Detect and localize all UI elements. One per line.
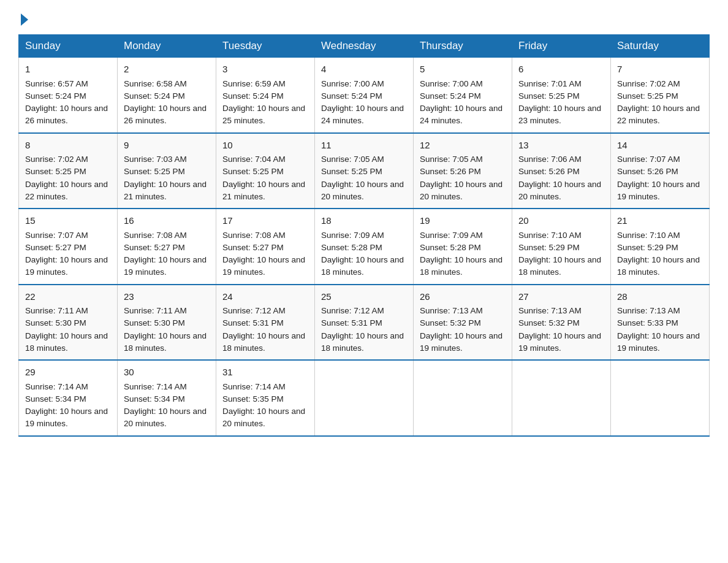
calendar-cell: 22Sunrise: 7:11 AMSunset: 5:30 PMDayligh… xyxy=(19,285,118,361)
sunrise-text: Sunrise: 6:59 AM xyxy=(222,79,286,88)
day-number: 29 xyxy=(25,366,111,380)
calendar-cell: 21Sunrise: 7:10 AMSunset: 5:29 PMDayligh… xyxy=(611,209,710,285)
calendar-cell: 18Sunrise: 7:09 AMSunset: 5:28 PMDayligh… xyxy=(315,209,414,285)
sunrise-text: Sunrise: 7:12 AM xyxy=(222,306,286,315)
daylight-text: Daylight: 10 hours and 20 minutes. xyxy=(321,180,404,201)
daylight-text: Daylight: 10 hours and 18 minutes. xyxy=(321,255,404,277)
calendar-cell: 23Sunrise: 7:11 AMSunset: 5:30 PMDayligh… xyxy=(118,285,216,361)
calendar-cell: 3Sunrise: 6:59 AMSunset: 5:24 PMDaylight… xyxy=(216,58,315,133)
sunrise-text: Sunrise: 7:13 AM xyxy=(420,306,483,315)
calendar-cell: 14Sunrise: 7:07 AMSunset: 5:26 PMDayligh… xyxy=(611,133,710,209)
day-number: 16 xyxy=(124,214,210,228)
daylight-text: Daylight: 10 hours and 18 minutes. xyxy=(617,255,700,277)
sunset-text: Sunset: 5:24 PM xyxy=(321,91,382,101)
daylight-text: Daylight: 10 hours and 22 minutes. xyxy=(617,104,700,125)
day-number: 30 xyxy=(124,366,210,380)
calendar-cell: 15Sunrise: 7:07 AMSunset: 5:27 PMDayligh… xyxy=(19,209,118,285)
sunrise-text: Sunrise: 7:05 AM xyxy=(420,155,483,164)
calendar-cell: 2Sunrise: 6:58 AMSunset: 5:24 PMDaylight… xyxy=(118,58,216,133)
day-number: 19 xyxy=(420,214,506,228)
calendar-cell xyxy=(611,360,710,436)
sunrise-text: Sunrise: 7:09 AM xyxy=(321,231,384,240)
calendar-week-row: 15Sunrise: 7:07 AMSunset: 5:27 PMDayligh… xyxy=(19,209,710,285)
calendar-cell: 11Sunrise: 7:05 AMSunset: 5:25 PMDayligh… xyxy=(315,133,414,209)
sunrise-text: Sunrise: 7:09 AM xyxy=(420,231,483,240)
daylight-text: Daylight: 10 hours and 19 minutes. xyxy=(124,255,207,277)
sunset-text: Sunset: 5:28 PM xyxy=(420,243,481,252)
day-number: 12 xyxy=(420,139,506,153)
calendar-cell: 13Sunrise: 7:06 AMSunset: 5:26 PMDayligh… xyxy=(512,133,611,209)
sunset-text: Sunset: 5:24 PM xyxy=(222,91,284,101)
day-header-wednesday: Wednesday xyxy=(315,35,414,58)
sunset-text: Sunset: 5:29 PM xyxy=(617,243,678,252)
daylight-text: Daylight: 10 hours and 18 minutes. xyxy=(420,255,502,277)
calendar-cell: 4Sunrise: 7:00 AMSunset: 5:24 PMDaylight… xyxy=(315,58,414,133)
calendar-week-row: 22Sunrise: 7:11 AMSunset: 5:30 PMDayligh… xyxy=(19,285,710,361)
daylight-text: Daylight: 10 hours and 18 minutes. xyxy=(25,331,108,353)
sunset-text: Sunset: 5:27 PM xyxy=(222,243,284,252)
calendar-cell: 8Sunrise: 7:02 AMSunset: 5:25 PMDaylight… xyxy=(19,133,118,209)
sunset-text: Sunset: 5:31 PM xyxy=(222,318,284,327)
calendar-cell: 16Sunrise: 7:08 AMSunset: 5:27 PMDayligh… xyxy=(118,209,216,285)
calendar-cell: 5Sunrise: 7:00 AMSunset: 5:24 PMDaylight… xyxy=(414,58,512,133)
sunset-text: Sunset: 5:24 PM xyxy=(124,91,185,101)
day-number: 28 xyxy=(617,290,703,304)
sunrise-text: Sunrise: 7:07 AM xyxy=(25,231,88,240)
sunrise-text: Sunrise: 7:05 AM xyxy=(321,155,384,164)
daylight-text: Daylight: 10 hours and 23 minutes. xyxy=(518,104,601,125)
sunset-text: Sunset: 5:26 PM xyxy=(420,167,481,176)
sunset-text: Sunset: 5:25 PM xyxy=(124,167,185,176)
day-number: 6 xyxy=(518,63,604,77)
sunrise-text: Sunrise: 7:00 AM xyxy=(321,79,384,88)
day-number: 18 xyxy=(321,214,407,228)
sunrise-text: Sunrise: 7:13 AM xyxy=(617,306,680,315)
sunset-text: Sunset: 5:32 PM xyxy=(518,318,580,327)
sunrise-text: Sunrise: 7:11 AM xyxy=(25,306,88,315)
daylight-text: Daylight: 10 hours and 19 minutes. xyxy=(518,331,601,353)
calendar-cell xyxy=(414,360,512,436)
sunset-text: Sunset: 5:26 PM xyxy=(617,167,678,176)
sunrise-text: Sunrise: 6:58 AM xyxy=(124,79,187,88)
calendar-cell: 27Sunrise: 7:13 AMSunset: 5:32 PMDayligh… xyxy=(512,285,611,361)
calendar-cell xyxy=(315,360,414,436)
calendar-table: SundayMondayTuesdayWednesdayThursdayFrid… xyxy=(18,34,710,437)
daylight-text: Daylight: 10 hours and 25 minutes. xyxy=(222,104,305,125)
daylight-text: Daylight: 10 hours and 18 minutes. xyxy=(518,255,601,277)
calendar-cell: 28Sunrise: 7:13 AMSunset: 5:33 PMDayligh… xyxy=(611,285,710,361)
daylight-text: Daylight: 10 hours and 20 minutes. xyxy=(518,180,601,201)
day-number: 5 xyxy=(420,63,506,77)
calendar-cell xyxy=(512,360,611,436)
day-header-thursday: Thursday xyxy=(414,35,512,58)
sunset-text: Sunset: 5:35 PM xyxy=(222,394,284,404)
day-number: 11 xyxy=(321,139,407,153)
sunrise-text: Sunrise: 7:00 AM xyxy=(420,79,483,88)
sunrise-text: Sunrise: 7:08 AM xyxy=(124,231,187,240)
daylight-text: Daylight: 10 hours and 21 minutes. xyxy=(124,180,207,201)
daylight-text: Daylight: 10 hours and 20 minutes. xyxy=(124,407,207,428)
calendar-week-row: 29Sunrise: 7:14 AMSunset: 5:34 PMDayligh… xyxy=(19,360,710,436)
day-number: 14 xyxy=(617,139,703,153)
calendar-cell: 7Sunrise: 7:02 AMSunset: 5:25 PMDaylight… xyxy=(611,58,710,133)
daylight-text: Daylight: 10 hours and 18 minutes. xyxy=(124,331,207,353)
calendar-cell: 30Sunrise: 7:14 AMSunset: 5:34 PMDayligh… xyxy=(118,360,216,436)
sunrise-text: Sunrise: 7:06 AM xyxy=(518,155,582,164)
sunrise-text: Sunrise: 7:14 AM xyxy=(222,382,286,391)
sunset-text: Sunset: 5:25 PM xyxy=(222,167,284,176)
sunset-text: Sunset: 5:31 PM xyxy=(321,318,382,327)
daylight-text: Daylight: 10 hours and 21 minutes. xyxy=(222,180,305,201)
calendar-cell: 31Sunrise: 7:14 AMSunset: 5:35 PMDayligh… xyxy=(216,360,315,436)
day-header-friday: Friday xyxy=(512,35,611,58)
day-number: 2 xyxy=(124,63,210,77)
calendar-cell: 9Sunrise: 7:03 AMSunset: 5:25 PMDaylight… xyxy=(118,133,216,209)
day-number: 15 xyxy=(25,214,111,228)
day-number: 13 xyxy=(518,139,604,153)
day-header-sunday: Sunday xyxy=(19,35,118,58)
daylight-text: Daylight: 10 hours and 18 minutes. xyxy=(321,331,404,353)
daylight-text: Daylight: 10 hours and 19 minutes. xyxy=(617,331,700,353)
sunrise-text: Sunrise: 6:57 AM xyxy=(25,79,88,88)
day-number: 21 xyxy=(617,214,703,228)
sunset-text: Sunset: 5:29 PM xyxy=(518,243,580,252)
day-number: 24 xyxy=(222,290,308,304)
daylight-text: Daylight: 10 hours and 20 minutes. xyxy=(222,407,305,428)
sunrise-text: Sunrise: 7:13 AM xyxy=(518,306,582,315)
